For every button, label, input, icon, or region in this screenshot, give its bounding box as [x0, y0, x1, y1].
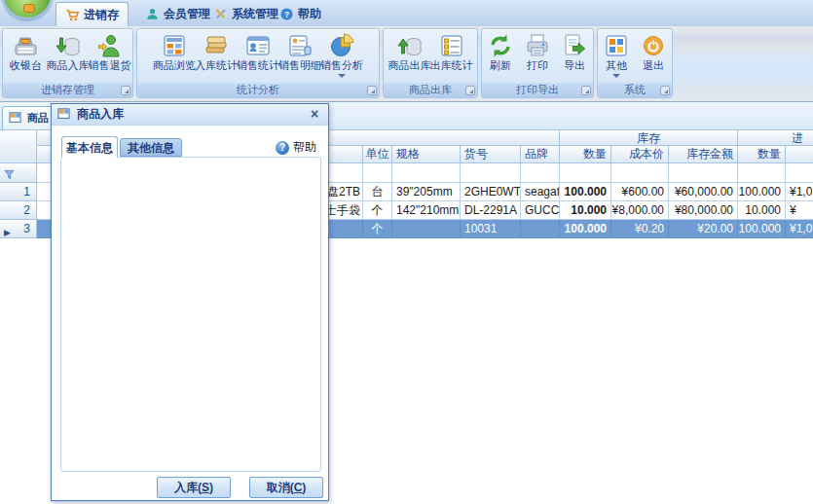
table-cell-cost[interactable]: ¥600.00	[611, 183, 669, 201]
table-cell-cost[interactable]: ¥8,000.00	[611, 201, 669, 220]
table-cell-amount[interactable]: ¥20.00	[669, 220, 738, 238]
column-header-qty2[interactable]: 数量	[738, 146, 786, 163]
row-indicator[interactable]: 1	[0, 183, 37, 201]
chevron-down-icon	[612, 74, 620, 78]
table-cell-last[interactable]: ¥	[786, 201, 813, 220]
table-cell-unit[interactable]: 个	[363, 201, 392, 220]
group-dialog-launcher-icon[interactable]	[660, 86, 670, 95]
table-cell-qty2[interactable]: 100.000	[738, 220, 786, 238]
column-band-2[interactable]: 库存	[560, 129, 738, 146]
table-cell-last[interactable]: ¥1,0	[786, 183, 813, 201]
filter-cell-last[interactable]	[786, 163, 813, 183]
group-dialog-launcher-icon[interactable]	[121, 86, 130, 95]
ribbon-group-label: 进销存管理	[3, 83, 132, 97]
dialog-tab-2[interactable]: 其他信息	[120, 138, 182, 157]
ribbon-button-label: 销售分析	[320, 59, 363, 72]
row-indicator-header	[0, 129, 37, 163]
ribbon-button-goods-out[interactable]: 商品出库	[388, 29, 430, 72]
sales-detail-icon	[286, 32, 314, 59]
refresh-icon	[487, 32, 514, 59]
filter-cell-brand[interactable]	[521, 163, 560, 183]
column-header-spec[interactable]: 规格	[392, 146, 461, 163]
ribbon-button-other[interactable]: 其他	[598, 29, 635, 78]
window-icon	[57, 107, 72, 122]
dialog-tab-1[interactable]: 基本信息	[61, 136, 118, 158]
ribbon-button-stockout-stats[interactable]: 出库统计	[430, 29, 472, 72]
table-cell-qty2[interactable]: 10.000	[738, 201, 786, 220]
column-header-amount[interactable]: 库存金额	[669, 146, 738, 163]
table-cell-brand[interactable]	[521, 220, 560, 238]
row-indicator[interactable]: 3▶	[0, 220, 37, 238]
filter-cell-amount[interactable]	[669, 163, 738, 183]
sales-stats-icon	[244, 32, 272, 59]
help-link[interactable]: ? 帮助	[276, 139, 316, 156]
ribbon-button-exit[interactable]: 退出	[635, 29, 672, 72]
dialog-title-bar[interactable]: 商品入库	[52, 104, 328, 126]
ribbon-button-export[interactable]: 导出	[556, 29, 593, 72]
ribbon-tab-1[interactable]: 进销存	[55, 2, 129, 26]
filter-cell-qty[interactable]	[560, 163, 611, 183]
ribbon-button-refresh[interactable]: 刷新	[482, 29, 519, 72]
table-cell-qty[interactable]: 10.000	[560, 201, 611, 220]
ribbon-tab-label: 帮助	[298, 6, 321, 22]
ribbon-group: 其他退出系统	[597, 28, 673, 98]
ribbon-button-label: 导出	[564, 59, 585, 72]
column-header-artno[interactable]: 货号	[461, 146, 521, 163]
application-orb-button[interactable]	[2, 0, 53, 19]
filter-cell-spec[interactable]	[392, 163, 461, 183]
ribbon-button-sales-detail[interactable]: 销售明细	[279, 29, 321, 72]
filter-cell-unit[interactable]	[363, 163, 392, 183]
group-dialog-launcher-icon[interactable]	[465, 86, 475, 95]
ribbon-button-sales-return[interactable]: 销售退货	[89, 29, 130, 72]
close-icon[interactable]: ×	[307, 105, 322, 123]
table-cell-artno[interactable]: 2GHE0WTZ	[461, 183, 521, 201]
group-dialog-launcher-icon[interactable]	[367, 86, 377, 95]
column-header-last[interactable]	[786, 146, 813, 163]
ribbon-button-stockin-stats[interactable]: 入库统计	[196, 29, 238, 72]
ribbon-button-print[interactable]: 打印	[519, 29, 556, 72]
table-cell-amount[interactable]: ¥60,000.00	[669, 183, 738, 201]
table-cell-unit[interactable]: 台	[363, 183, 392, 201]
column-header-cost[interactable]: 成本价	[611, 146, 669, 163]
table-cell-qty2[interactable]: 100.000	[738, 183, 786, 201]
table-cell-last[interactable]: ¥1,0	[786, 220, 813, 238]
cancel-button[interactable]: 取消(C)	[249, 477, 323, 498]
ribbon-button-label: 收银台	[10, 59, 42, 72]
ribbon-button-sales-stats[interactable]: 销售统计	[238, 29, 279, 72]
other-icon	[603, 32, 630, 59]
filter-cell-qty2[interactable]	[738, 163, 786, 183]
filter-cell-cost[interactable]	[611, 163, 669, 183]
row-indicator[interactable]: 2	[0, 201, 37, 220]
column-header-qty[interactable]: 数量	[560, 146, 611, 163]
ribbon-button-goods-browse[interactable]: 商品浏览	[154, 29, 196, 72]
column-header-brand[interactable]: 品牌	[521, 146, 560, 163]
table-cell-spec[interactable]	[392, 220, 461, 238]
table-cell-qty[interactable]: 100.000	[560, 183, 611, 201]
column-header-unit[interactable]: 单位	[363, 146, 392, 163]
table-cell-artno[interactable]: DL-2291A	[461, 201, 521, 220]
stock-in-button[interactable]: 入库(S)	[157, 477, 231, 498]
filter-cell-artno[interactable]	[461, 163, 521, 183]
ribbon-button-label: 刷新	[490, 59, 511, 72]
table-cell-brand[interactable]: seagate	[521, 183, 560, 201]
table-cell-unit[interactable]: 个	[363, 220, 392, 238]
table-cell-artno[interactable]: 10031	[461, 220, 521, 238]
member-icon	[145, 7, 160, 21]
ribbon-button-cash-register[interactable]: 收银台	[5, 29, 47, 72]
table-cell-spec[interactable]: 142"210mm	[392, 201, 461, 220]
window-icon	[9, 111, 23, 126]
dialog-title: 商品入库	[77, 106, 124, 123]
table-cell-brand[interactable]: GUCCI	[521, 201, 560, 220]
ribbon-button-goods-in[interactable]: 商品入库	[47, 29, 89, 72]
group-dialog-launcher-icon[interactable]	[581, 86, 591, 95]
column-band-3[interactable]: 进	[738, 129, 813, 146]
table-cell-qty[interactable]: 100.000	[560, 220, 611, 238]
filter-row-indicator[interactable]	[0, 163, 37, 183]
table-cell-amount[interactable]: ¥80,000.00	[669, 201, 738, 220]
ribbon-button-sales-analysis[interactable]: 销售分析	[321, 29, 363, 78]
table-cell-spec[interactable]: 39"205mm	[392, 183, 461, 201]
ribbon-tab-4[interactable]: ?帮助	[271, 2, 330, 26]
table-cell-cost[interactable]: ¥0.20	[611, 220, 669, 238]
help-icon: ?	[279, 7, 294, 21]
goods-out-icon	[396, 32, 424, 59]
